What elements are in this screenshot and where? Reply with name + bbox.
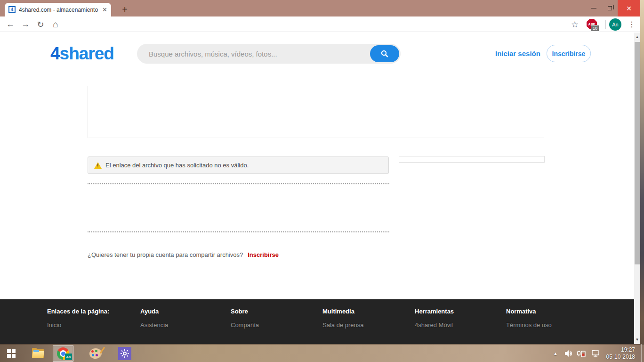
scrollbar-thumb[interactable]: [635, 42, 640, 264]
footer-link[interactable]: Compañía: [231, 321, 259, 329]
network-icon[interactable]: [589, 345, 602, 362]
error-text: El enlace del archivo que has solicitado…: [105, 162, 249, 169]
tab-title: 4shared.com - almacenamiento y: [19, 7, 99, 13]
page-scrollbar[interactable]: ▲ ▼: [634, 33, 640, 344]
adblock-badge: 10: [591, 25, 599, 32]
gear-icon: [118, 347, 131, 360]
side-placeholder-box: [399, 156, 545, 163]
forward-icon[interactable]: →: [19, 16, 32, 32]
login-link[interactable]: Iniciar sesión: [495, 49, 540, 58]
chrome-menu-icon[interactable]: ⋮: [626, 16, 637, 32]
back-icon[interactable]: ←: [4, 16, 17, 32]
toolbar-divider: [605, 20, 606, 29]
folder-icon: [32, 349, 44, 358]
footer-column-enlaces: Enlaces de la página: Inicio: [47, 308, 109, 329]
battery-power-icon[interactable]: [575, 345, 588, 362]
footer-column-multimedia: Multimedia Sala de prensa: [322, 308, 363, 329]
footer-link[interactable]: 4shared Móvil: [415, 321, 454, 329]
taskbar-file-explorer[interactable]: [30, 345, 46, 362]
restore-button[interactable]: [602, 0, 618, 16]
taskbar-paint[interactable]: [88, 345, 104, 362]
footer-column-herramientas: Herramientas 4shared Móvil: [415, 308, 454, 329]
browser-window: 4 4shared.com - almacenamiento y ✕ + ✕ ←…: [0, 0, 640, 344]
content-placeholder-box: [88, 86, 544, 138]
footer-column-normativa: Normativa Términos de uso: [506, 308, 552, 329]
taskbar-settings[interactable]: [117, 345, 133, 362]
site-logo[interactable]: 4shared: [50, 44, 114, 64]
footer-link[interactable]: Inicio: [47, 321, 109, 329]
signup-button[interactable]: Inscribirse: [547, 45, 591, 62]
bookmark-star-icon[interactable]: ☆: [568, 16, 581, 32]
reload-icon[interactable]: ↻: [34, 16, 47, 32]
signup-prompt: ¿Quieres tener tu propia cuenta para com…: [88, 251, 279, 258]
clock-date: 05-10-2018: [606, 354, 635, 361]
windows-logo-icon: [7, 349, 16, 358]
desktop: 4 4shared.com - almacenamiento y ✕ + ✕ ←…: [0, 0, 644, 362]
dotted-divider-bottom: [88, 231, 389, 232]
start-button[interactable]: [4, 345, 19, 362]
footer-link[interactable]: Asistencia: [140, 321, 168, 329]
close-button[interactable]: ✕: [618, 0, 640, 16]
signup-prompt-link[interactable]: Inscribirse: [248, 251, 279, 258]
search-bar: [137, 44, 401, 64]
tab-strip: 4 4shared.com - almacenamiento y ✕ + ✕: [0, 0, 640, 16]
footer-column-ayuda: Ayuda Asistencia: [140, 308, 168, 329]
show-desktop-button[interactable]: [641, 344, 644, 362]
minimize-button[interactable]: [586, 0, 602, 16]
error-message-box: El enlace del archivo que has solicitado…: [88, 156, 389, 174]
footer-column-sobre: Sobre Compañía: [231, 308, 259, 329]
footer-link[interactable]: Sala de prensa: [322, 321, 363, 329]
search-button[interactable]: [370, 45, 399, 62]
window-controls: ✕: [586, 0, 640, 16]
browser-toolbar: ← → ↻ ⌂ i https://www.4shared.com/file/q…: [0, 16, 640, 32]
taskbar-chrome-active[interactable]: An: [53, 346, 73, 362]
dotted-divider-top: [88, 183, 389, 184]
site-footer: Enlaces de la página: Inicio Ayuda Asist…: [0, 299, 634, 344]
site-favicon-icon: 4: [8, 6, 16, 13]
clock-time: 19:27: [621, 346, 635, 354]
volume-icon[interactable]: [563, 345, 574, 362]
search-input[interactable]: [137, 44, 363, 64]
page-viewport: 4shared Iniciar sesión Inscribirse El en…: [0, 33, 634, 344]
taskbar-clock[interactable]: 19:27 05-10-2018: [604, 345, 635, 362]
warning-icon: [94, 162, 102, 169]
paint-palette-icon: [89, 348, 102, 359]
tab-close-icon[interactable]: ✕: [102, 6, 107, 13]
browser-tab[interactable]: 4 4shared.com - almacenamiento y ✕: [5, 3, 111, 16]
home-icon[interactable]: ⌂: [49, 16, 62, 32]
footer-link[interactable]: Términos de uso: [506, 321, 552, 329]
scroll-up-icon[interactable]: ▲: [634, 33, 640, 41]
scroll-down-icon[interactable]: ▼: [634, 336, 640, 343]
profile-avatar[interactable]: An: [609, 18, 621, 31]
tray-chevron-icon[interactable]: ▲: [550, 345, 561, 362]
new-tab-button[interactable]: +: [119, 4, 131, 16]
chrome-profile-badge: An: [65, 354, 72, 360]
taskbar: An ▲ 19:27 05-10-2018: [0, 344, 644, 362]
search-icon: [380, 49, 389, 58]
